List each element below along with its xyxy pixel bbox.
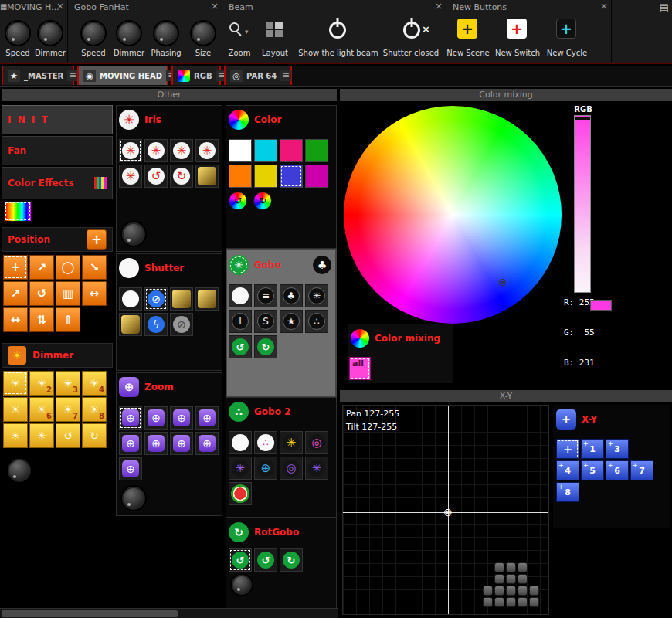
color-swatch[interactable] xyxy=(305,139,328,162)
scrollbar-thumb[interactable] xyxy=(2,610,178,617)
zoom-preset-button[interactable]: ⊕ xyxy=(144,406,168,430)
dimmer-preset-button[interactable]: ↻ xyxy=(82,423,107,448)
position-preset-button[interactable]: ▥ xyxy=(56,281,80,306)
rgb-slider[interactable] xyxy=(574,115,591,293)
rotgobo-preset-button[interactable]: ↺ xyxy=(254,548,277,572)
gobo-preset-button[interactable]: I xyxy=(229,310,252,333)
dpad-button[interactable] xyxy=(518,597,528,607)
dimmer-preset-button[interactable]: ☀ xyxy=(3,423,28,448)
gobo-preset-button[interactable] xyxy=(229,284,252,307)
color-effects-button[interactable]: Color Effects xyxy=(2,167,113,199)
xy-preset-button[interactable]: + 6 xyxy=(606,460,629,480)
iris-knob[interactable] xyxy=(120,221,147,247)
iris-icon[interactable]: ✳ xyxy=(119,110,139,130)
shutter-preset-button[interactable] xyxy=(119,313,142,336)
dimmer-preset-button[interactable]: ☀ xyxy=(3,397,28,422)
color-swatch[interactable] xyxy=(229,139,252,162)
position-preset-button[interactable]: ↔ xyxy=(3,307,28,332)
iris-preset-button[interactable]: ↻ xyxy=(170,165,193,188)
rotgobo-preset-button[interactable]: ↻ xyxy=(280,548,303,572)
gobo-icon[interactable]: ✳ xyxy=(229,255,249,275)
iris-preset-button[interactable]: ✳ xyxy=(144,139,168,162)
chevron-down-icon[interactable]: ▾ xyxy=(245,28,249,36)
position-preset-button[interactable]: ↘ xyxy=(82,255,107,280)
gobo-preset-button[interactable]: S xyxy=(254,310,277,333)
gobo2-preset-button[interactable]: ◎ xyxy=(305,431,328,454)
dpad-button[interactable] xyxy=(518,562,528,572)
dimmer-knob[interactable] xyxy=(37,20,63,46)
dpad-button[interactable] xyxy=(506,597,516,607)
dimmer-preset-button[interactable]: ☀ 8 xyxy=(82,397,107,422)
sun-icon[interactable]: ☀ xyxy=(8,346,26,365)
color-wheel-icon[interactable] xyxy=(229,110,249,130)
xy-preset-button[interactable]: + 3 xyxy=(606,439,629,459)
speed-knob[interactable] xyxy=(5,20,31,46)
close-icon[interactable]: × xyxy=(211,1,219,12)
color-swatch[interactable] xyxy=(254,139,277,162)
xy-preset-button[interactable]: + 7 xyxy=(630,460,653,480)
iris-preset-button[interactable] xyxy=(195,165,219,188)
color-wheel[interactable] xyxy=(344,106,562,324)
position-preset-button[interactable]: ↔ xyxy=(82,281,107,306)
gobo-preset-button[interactable]: ★ xyxy=(280,310,303,333)
xy-preset-button[interactable]: + 4 xyxy=(556,460,579,480)
rainbow-cw-button[interactable]: ↻ xyxy=(253,192,272,210)
menu-icon[interactable]: ≡ xyxy=(280,70,291,81)
position-preset-button[interactable]: ⇑ xyxy=(56,307,80,332)
zoom-preset-button[interactable]: ⊕ xyxy=(195,432,219,455)
phasing-knob[interactable] xyxy=(153,20,179,46)
color-swatch[interactable] xyxy=(254,165,277,188)
rotgobo-icon[interactable]: ↻ xyxy=(229,522,249,542)
dimmer-preset-button[interactable]: ☀ 3 xyxy=(56,371,80,396)
close-icon[interactable]: × xyxy=(56,1,64,12)
close-icon[interactable]: × xyxy=(600,1,608,12)
dpad-button[interactable] xyxy=(494,597,504,607)
dpad-button[interactable] xyxy=(506,562,516,572)
gobo-preset-button[interactable]: ✳ xyxy=(305,284,328,307)
position-icon[interactable]: + xyxy=(87,229,107,250)
dimmer-knob[interactable] xyxy=(116,20,142,46)
shutter-preset-button[interactable]: ϟ xyxy=(144,313,168,336)
color-swatch[interactable] xyxy=(305,165,328,188)
dpad-button[interactable] xyxy=(483,597,493,607)
new-cycle-button[interactable]: + xyxy=(556,19,576,39)
joystick-dpad[interactable] xyxy=(482,562,540,608)
rainbow-ccw-button[interactable]: ↺ xyxy=(229,192,247,210)
zoom-preset-button[interactable]: ⊕ xyxy=(195,406,219,430)
xy-move-icon[interactable]: + xyxy=(556,409,576,430)
rotgobo-preset-button[interactable]: ↺ xyxy=(229,548,252,572)
shutter-preset-button[interactable] xyxy=(195,287,219,311)
gobo2-preset-button[interactable]: ◎ xyxy=(280,457,303,480)
shutter-preset-button[interactable] xyxy=(170,287,193,311)
gobo2-preset-button[interactable] xyxy=(229,431,252,454)
color-wheel-cursor[interactable]: ⊗ xyxy=(498,277,507,287)
tab-master[interactable]: ★ _MASTER ≡ xyxy=(2,66,74,85)
speed-knob[interactable] xyxy=(80,20,107,46)
close-icon[interactable]: × xyxy=(435,1,443,12)
shutter-closed-icon[interactable] xyxy=(403,22,420,39)
shutter-preset-button[interactable]: ⊘ xyxy=(144,287,168,311)
dimmer-preset-button[interactable]: ☀ 6 xyxy=(29,397,54,422)
new-switch-button[interactable]: + xyxy=(507,19,527,39)
gobo2-preset-button[interactable]: ✳ xyxy=(280,431,303,454)
gobo-preset-button[interactable]: ≡ xyxy=(254,284,277,307)
tab-par-64[interactable]: ◎ PAR 64 ≡ xyxy=(224,66,292,85)
dimmer-knob[interactable] xyxy=(6,457,32,484)
gobo2-icon[interactable]: ∴ xyxy=(229,402,249,422)
dimmer-preset-button[interactable]: ☀ 7 xyxy=(56,397,80,422)
color-swatch[interactable] xyxy=(280,139,303,162)
rotgobo-knob[interactable] xyxy=(230,573,253,596)
xy-preset-button[interactable]: + 8 xyxy=(556,482,579,502)
zoom-magnifier-icon[interactable] xyxy=(229,22,243,36)
dpad-button[interactable] xyxy=(506,574,516,584)
dpad-button[interactable] xyxy=(506,586,516,596)
zoom-knob[interactable] xyxy=(120,485,147,511)
position-preset-button[interactable]: ◯ xyxy=(56,255,80,280)
zoom-preset-button[interactable]: ⊕ xyxy=(170,406,193,430)
iris-preset-button[interactable]: ✳ xyxy=(119,139,142,162)
dpad-button[interactable] xyxy=(518,574,528,584)
light-beam-icon[interactable] xyxy=(329,22,346,39)
horizontal-scrollbar[interactable] xyxy=(0,608,338,618)
gobo2-preset-button[interactable]: ✳ xyxy=(305,457,328,480)
dimmer-preset-button[interactable]: ↺ xyxy=(56,423,80,448)
